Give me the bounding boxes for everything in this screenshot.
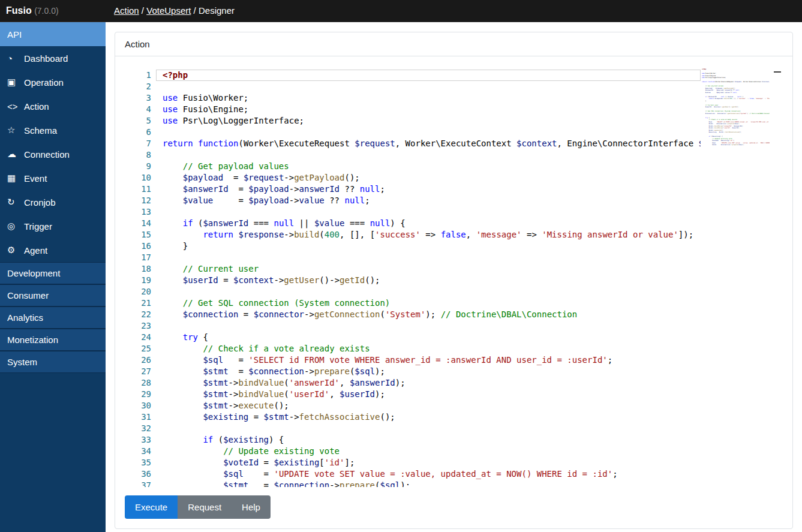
line-number: 17 — [125, 252, 151, 263]
code-line: $stmt->execute(); — [163, 400, 701, 411]
sidebar-section-analytics[interactable]: Analytics — [0, 306, 106, 329]
code-line: $answerId = $payload->answerId ?? null; — [163, 184, 701, 195]
cronjob-clock-icon: ↻ — [7, 197, 20, 208]
line-number: 14 — [125, 218, 151, 229]
action-code-icon: <> — [7, 101, 20, 112]
brand-name: Fusio — [6, 5, 32, 16]
sidebar-item-schema[interactable]: ☆Schema — [0, 118, 106, 142]
code-line: // Get SQL connection (System connection… — [163, 297, 701, 309]
code-line: $value = $payload->value ?? null; — [163, 195, 701, 206]
sidebar-item-operation[interactable]: ▣Operation — [0, 70, 106, 94]
sidebar-item-label: Cronjob — [24, 197, 56, 208]
line-number: 5 — [125, 115, 151, 127]
line-number: 16 — [125, 241, 151, 252]
action-panel: Action 123456789101112131415161718192021… — [115, 32, 793, 529]
line-number: 1 — [125, 70, 151, 81]
sidebar-item-api[interactable]: API — [0, 22, 106, 46]
sidebar-item-label: Schema — [24, 125, 57, 136]
code-line — [163, 320, 701, 332]
line-number: 26 — [125, 354, 151, 366]
line-number: 21 — [125, 297, 151, 309]
line-number: 9 — [125, 161, 151, 172]
connection-cloud-icon: ☁ — [7, 149, 20, 160]
breadcrumb-action[interactable]: Action — [114, 5, 139, 16]
line-number: 4 — [125, 104, 151, 115]
line-number: 34 — [125, 446, 151, 457]
panel-body: 1234567891011121314151617181920212223242… — [115, 56, 792, 528]
sidebar-section-consumer[interactable]: Consumer — [0, 284, 106, 306]
code-line — [163, 252, 701, 263]
sidebar-nav: API◔Dashboard▣Operation<>Action☆Schema☁C… — [0, 22, 106, 373]
code-line: if ($answerId === null || $value === nul… — [163, 218, 701, 229]
sidebar-item-event[interactable]: ▦Event — [0, 166, 106, 190]
line-number: 6 — [125, 127, 151, 138]
code-editor[interactable]: 1234567891011121314151617181920212223242… — [125, 66, 783, 487]
line-number: 18 — [125, 263, 151, 275]
code-line: // Check if a vote already exists — [163, 343, 701, 354]
sidebar-item-cronjob[interactable]: ↻Cronjob — [0, 190, 106, 214]
sidebar-item-label: Action — [24, 101, 49, 112]
breadcrumb-voteupsert[interactable]: VoteUpsert — [146, 5, 191, 16]
line-number: 25 — [125, 343, 151, 354]
overview-ruler-cursor-mark — [774, 71, 781, 73]
code-line: // Update existing vote — [163, 446, 701, 457]
code-line: $stmt = $connection->prepare($sql); — [702, 144, 770, 146]
sidebar-item-trigger[interactable]: ◎Trigger — [0, 214, 106, 238]
code-line — [163, 127, 701, 138]
sidebar-section-monetization[interactable]: Monetization — [0, 329, 106, 351]
code-line: $stmt = $connection->prepare($sql); — [163, 366, 701, 377]
code-line: if ($existing) { — [163, 434, 701, 446]
line-number: 12 — [125, 195, 151, 206]
help-button[interactable]: Help — [232, 495, 271, 519]
execute-button[interactable]: Execute — [125, 495, 178, 519]
breadcrumb-designer: Designer — [199, 5, 235, 16]
code-line — [163, 206, 701, 218]
event-calendar-icon: ▦ — [7, 173, 20, 184]
breadcrumb: Action / VoteUpsert / Designer — [114, 0, 235, 22]
line-number: 2 — [125, 81, 151, 92]
sidebar-item-label: Event — [24, 173, 47, 184]
code-line: $voteId = $existing['id']; — [163, 457, 701, 468]
code-line: $stmt->bindValue('userId', $userId); — [163, 389, 701, 400]
sidebar-section-system[interactable]: System — [0, 351, 106, 373]
code-line: return $response->build(400, [], ['succe… — [163, 229, 701, 241]
request-button[interactable]: Request — [178, 495, 232, 519]
code-line: return $response->build(400, [], ['succe… — [702, 98, 770, 100]
trigger-target-icon: ◎ — [7, 221, 20, 232]
line-number: 3 — [125, 92, 151, 104]
code-line: $connection = $connector->getConnection(… — [163, 309, 701, 320]
sidebar-item-label: Connection — [24, 149, 70, 160]
line-number: 20 — [125, 286, 151, 297]
code-line: use Fusio\Worker; — [163, 92, 701, 104]
code-line — [163, 81, 701, 92]
sidebar-item-connection[interactable]: ☁Connection — [0, 142, 106, 166]
code-line: $userId = $context->getUser()->getId(); — [163, 275, 701, 286]
line-number: 22 — [125, 309, 151, 320]
minimap-content: <?php use Fusio\Worker;use Fusio\Engine;… — [702, 68, 770, 146]
sidebar: API◔Dashboard▣Operation<>Action☆Schema☁C… — [0, 22, 106, 532]
editor-viewport[interactable]: <?php use Fusio\Worker;use Fusio\Engine;… — [163, 70, 701, 487]
editor-minimap[interactable]: <?php use Fusio\Worker;use Fusio\Engine;… — [702, 68, 770, 482]
sidebar-item-dashboard[interactable]: ◔Dashboard — [0, 46, 106, 70]
code-line — [163, 423, 701, 434]
line-number: 11 — [125, 184, 151, 195]
sidebar-item-label: Trigger — [24, 221, 52, 232]
code-line: // Current user — [163, 263, 701, 275]
code-line: try { — [163, 332, 701, 343]
sidebar-item-agent[interactable]: ⚙Agent — [0, 238, 106, 262]
line-number: 10 — [125, 172, 151, 184]
line-number: 13 — [125, 206, 151, 218]
sidebar-item-label: Operation — [24, 77, 64, 88]
code-line — [163, 286, 701, 297]
code-line: } — [163, 241, 701, 252]
line-number: 31 — [125, 411, 151, 423]
editor-code[interactable]: <?php use Fusio\Worker;use Fusio\Engine;… — [163, 70, 701, 487]
line-number: 27 — [125, 366, 151, 377]
line-number: 30 — [125, 400, 151, 411]
sidebar-section-development[interactable]: Development — [0, 262, 106, 284]
main-content: Action 123456789101112131415161718192021… — [106, 22, 802, 532]
code-line: use Psr\Log\LoggerInterface; — [163, 115, 701, 127]
code-line: $existing = $stmt->fetchAssociative(); — [163, 411, 701, 423]
sidebar-item-action[interactable]: <>Action — [0, 94, 106, 118]
brand: Fusio (7.0.0) — [6, 0, 59, 22]
